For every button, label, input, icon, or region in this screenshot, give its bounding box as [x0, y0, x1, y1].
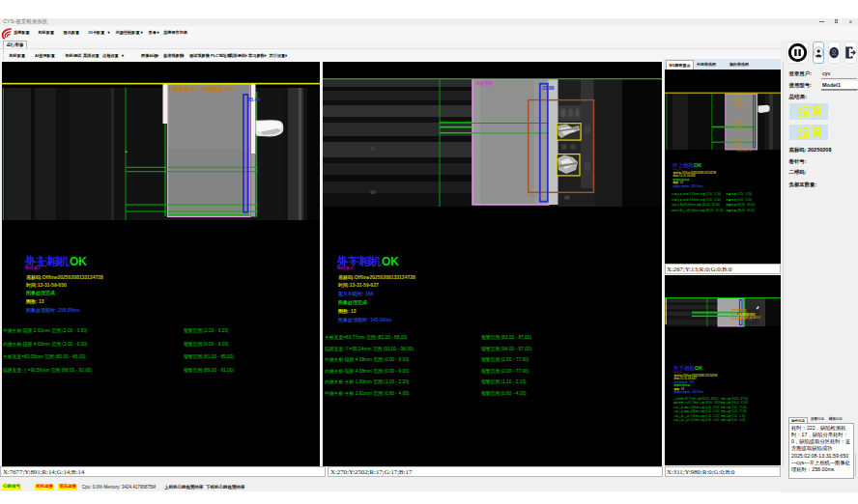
svg-text:图像处理耗时: 143.00ms: 图像处理耗时: 143.00ms [338, 317, 392, 323]
svg-text:报警范围:(81.00 - 85.00): 报警范围:(81.00 - 85.00) [184, 353, 234, 360]
svg-text:报警范围:(2.20 - 3.20): 报警范围:(2.20 - 3.20) [726, 192, 752, 196]
svg-text:报警范围:(81.00 - 85.00): 报警范围:(81.00 - 85.00) [726, 203, 755, 207]
svg-text:报警范围:(89.00 - 91.00): 报警范围:(89.00 - 91.00) [726, 209, 755, 212]
svg-text:内侧主极-隔膜:4.60mm 范围:(3.00 - 6.00: 内侧主极-隔膜:4.60mm 范围:(3.00 - 6.00) [3, 341, 88, 348]
svg-text:报警范围:(2.00 - 77.00): 报警范围:(2.00 - 77.00) [721, 406, 747, 409]
svg-text:内侧主极-主极:1.90mm 范围:(1.00 - 2.20: 内侧主极-主极:1.90mm 范围:(1.00 - 2.20) [673, 414, 719, 418]
svg-text:图像处理耗时: 258.00ms: 图像处理耗时: 258.00ms [26, 307, 80, 314]
svg-text:主极宽度=83.05mm 范围:(80.00 - 86.00: 主极宽度=83.05mm 范围:(80.00 - 86.00) [3, 353, 86, 360]
svg-text:报警范围:(2.00 - 77.00): 报警范围:(2.00 - 77.00) [481, 356, 529, 363]
svg-text:23.88: 23.88 [542, 85, 555, 91]
svg-text:图像处理耗时: 143.00ms: 图像处理耗时: 143.00ms [674, 390, 705, 394]
svg-text:报警范围:(0.60 - 4.00): 报警范围:(0.60 - 4.00) [721, 418, 745, 422]
svg-text:报警范围:(83.00 - 87.00): 报警范围:(83.00 - 87.00) [481, 334, 531, 341]
svg-text:图像处理完成: 图像处理完成 [338, 299, 367, 306]
svg-text:NG汇总:1: NG汇总:1 [25, 266, 41, 270]
svg-text:报警范围:(89.00 - 91.00): 报警范围:(89.00 - 91.00) [184, 367, 234, 374]
svg-text:报警范围:(2.00 - 77.00): 报警范围:(2.00 - 77.00) [481, 368, 529, 375]
svg-text:外侧主极-隔膜:4.38mm 范围:(0.00 - 9.00: 外侧主极-隔膜:4.38mm 范围:(0.00 - 9.00) [673, 406, 719, 409]
svg-text:13.48 Ra;1: 13.48 Ra;1 [736, 106, 749, 110]
svg-text:内侧主极-隔膜:4.38mm 范围:(0.00 - 9.00: 内侧主极-隔膜:4.38mm 范围:(0.00 - 9.00) [325, 368, 410, 375]
svg-text:主极宽度=83.77mm 范围:(82.00 - 88.00: 主极宽度=83.77mm 范围:(82.00 - 88.00) [673, 397, 718, 401]
svg-text:报警范围:(83.00 - 87.00): 报警范围:(83.00 - 87.00) [721, 397, 748, 401]
svg-text:NG汇总:0: NG汇总:0 [337, 266, 353, 270]
svg-text:内侧主极-隔膜:4.60mm 范围:(3.00 - 6.00: 内侧主极-隔膜:4.60mm 范围:(3.00 - 6.00) [672, 198, 721, 202]
svg-text:报警范围:(94.00 - 97.00): 报警范围:(94.00 - 97.00) [721, 401, 748, 405]
svg-text:圈数: 13: 圈数: 13 [338, 308, 357, 315]
svg-text:蓝方AI耗时: 168: 蓝方AI耗时: 168 [337, 291, 374, 297]
svg-text:图像处理耗时: 258.00ms: 图像处理耗时: 258.00ms [673, 184, 704, 188]
svg-text:主极宽度=83.05mm 范围:(80.00 - 86.00: 主极宽度=83.05mm 范围:(80.00 - 86.00) [672, 203, 720, 207]
svg-text:23.48 Ra;1: 23.48 Ra;1 [736, 128, 749, 132]
svg-text:报警范围:(1.10 - 2.10): 报警范围:(1.10 - 2.10) [481, 378, 527, 385]
svg-text:外侧主极-主极:2.61mm 范围:(0.60 - 4.00: 外侧主极-主极:2.61mm 范围:(0.60 - 4.00) [325, 390, 410, 397]
svg-text:报警范围:(0.00 - 8.00): 报警范围:(0.00 - 8.00) [184, 341, 229, 348]
svg-text:隔膜宽度-上=90.56mm 范围:(88.00 - 92.: 隔膜宽度-上=90.56mm 范围:(88.00 - 92.00) [3, 367, 93, 374]
svg-text:AI检测框: AI检测框 [475, 80, 494, 87]
svg-text:报警范围:(1.10 - 2.10): 报警范围:(1.10 - 2.10) [721, 414, 745, 418]
svg-text:报警范围:(0.00 - 8.00): 报警范围:(0.00 - 8.00) [726, 198, 752, 202]
svg-text:主极宽度=83.77mm 范围:(82.00 - 88.00: 主极宽度=83.77mm 范围:(82.00 - 88.00) [325, 334, 408, 341]
svg-text:外侧主极-隔膜:2.91mm 范围:(2.00 - 3.50: 外侧主极-隔膜:2.91mm 范围:(2.00 - 3.50) [3, 327, 88, 334]
svg-text:外侧主极-主极:2.61mm 范围:(0.60 - 4.00: 外侧主极-主极:2.61mm 范围:(0.60 - 4.00) [673, 418, 719, 422]
svg-text:33.48 Ra;1 B: 33.48 Ra;1 B [736, 149, 751, 153]
svg-text:底标码:Offline20250208133134728: 底标码:Offline20250208133134728 [338, 274, 415, 281]
svg-text:内侧主极-主极:1.90mm 范围:(1.00 - 2.20: 内侧主极-主极:1.90mm 范围:(1.00 - 2.20) [325, 378, 410, 385]
svg-text:报警范围:(0.60 - 4.00): 报警范围:(0.60 - 4.00) [481, 390, 527, 397]
svg-text:RL6 3.05: RL6 3.05 [529, 194, 542, 198]
svg-text:隔膜宽度-下=95.24mm 范围:(93.00 - 98.: 隔膜宽度-下=95.24mm 范围:(93.00 - 98.00) [673, 401, 722, 405]
svg-text:圈数: 13: 圈数: 13 [26, 298, 44, 305]
svg-text:时间:13-31-59-627: 时间:13-31-59-627 [338, 282, 379, 289]
svg-text:25.48: 25.48 [248, 97, 261, 102]
svg-text:计数阈值:93，动态阈值:100: 计数阈值:93，动态阈值:100 [169, 86, 234, 93]
svg-text:外侧主极-隔膜:4.38mm 范围:(0.00 - 9.00: 外侧主极-隔膜:4.38mm 范围:(0.00 - 9.00) [325, 356, 410, 363]
svg-text:报警范围:(94.00 - 97.00): 报警范围:(94.00 - 97.00) [481, 346, 531, 352]
svg-text:报警范围:(2.20 - 3.20): 报警范围:(2.20 - 3.20) [184, 327, 229, 334]
svg-text:隔膜宽度-下=95.24mm 范围:(93.00 - 98.: 隔膜宽度-下=95.24mm 范围:(93.00 - 98.00) [325, 346, 415, 352]
svg-text:隔膜宽度-上=90.56mm 范围:(88.00 - 92.: 隔膜宽度-上=90.56mm 范围:(88.00 - 92.00) [672, 209, 724, 212]
svg-text:时间:13-31-59-650: 时间:13-31-59-650 [26, 282, 67, 289]
svg-text:报警范围:(2.00 - 77.00): 报警范围:(2.00 - 77.00) [721, 409, 747, 413]
svg-text:图像处理完成: 图像处理完成 [26, 290, 55, 296]
svg-text:内侧主极-隔膜:4.38mm 范围:(0.00 - 9.00: 内侧主极-隔膜:4.38mm 范围:(0.00 - 9.00) [673, 409, 719, 413]
svg-text:外侧主极-隔膜:2.91mm 范围:(2.00 - 3.50: 外侧主极-隔膜:2.91mm 范围:(2.00 - 3.50) [672, 192, 721, 196]
svg-text:2.91 3.05 90.56 0.0: 2.91 3.05 90.56 0.0 [738, 316, 760, 320]
svg-text:底标码:Offline20250208133134728: 底标码:Offline20250208133134728 [26, 274, 103, 281]
